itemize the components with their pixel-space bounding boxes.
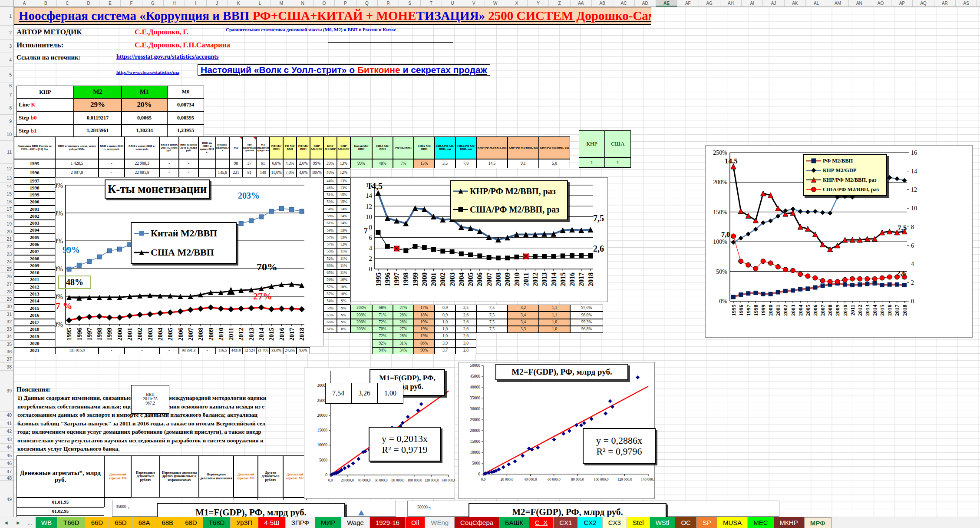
cell-1995[interactable]: 22 908,3 — [125, 159, 159, 168]
cell-knr-m1[interactable]: 53% — [323, 199, 337, 206]
sheet-tab-68A[interactable]: 68A — [133, 517, 156, 528]
column-header-O[interactable]: O — [313, 0, 335, 7]
cell-1995[interactable]: 37 — [243, 159, 256, 168]
cell-year[interactable]: 2005 — [14, 234, 55, 241]
sheet-tab-CX3[interactable]: CX3 — [603, 517, 627, 528]
cell-knr-m0[interactable]: 15% — [337, 192, 350, 199]
cell-tail[interactable]: 3,9 — [435, 340, 455, 347]
sheet-tab-65D[interactable]: 65D — [109, 517, 133, 528]
main-header-21[interactable]: США/РФ М1/ВВП, раз — [435, 136, 455, 159]
column-header-E[interactable]: E — [99, 0, 121, 7]
row-header-8[interactable]: 8 — [0, 101, 13, 115]
knr-row-label[interactable]: Step b1 — [16, 124, 74, 137]
cell-knr-m1[interactable]: 54% — [323, 206, 337, 213]
main-header-17[interactable]: Китай М2/ВВП — [350, 136, 372, 159]
knr-value[interactable]: 20% — [122, 98, 167, 111]
cell-tail[interactable]: 206% — [350, 319, 372, 326]
row-header-45[interactable]: 45 — [0, 452, 13, 460]
cell-2021[interactable]: 9,6% — [297, 347, 310, 354]
cell-1996[interactable]: 145,8 — [216, 168, 229, 177]
cell-knr-m0[interactable]: 10% — [337, 283, 350, 290]
tabs-scroll-right[interactable]: ► — [12, 517, 24, 528]
cell-year[interactable]: 1998 — [14, 184, 55, 191]
cell-tail[interactable]: 1,0 — [435, 333, 455, 340]
main-header-4[interactable]: ВВП в ценах 2011 г., млрд руб. — [159, 136, 179, 159]
sheet-tab-CX2[interactable]: CX2 — [578, 517, 602, 528]
cell-tail[interactable]: 86% — [414, 340, 435, 347]
row-header-32[interactable]: 32 — [0, 318, 13, 325]
cell-tail[interactable]: 27% — [393, 305, 414, 312]
column-header-AE[interactable]: AE — [656, 0, 677, 7]
cell-knr-m1[interactable]: 61% — [323, 326, 337, 333]
cell-year[interactable]: 2018 — [14, 326, 55, 333]
sheet-tab-СоцСфера[interactable]: СоцСфера — [455, 517, 499, 528]
row-header-36[interactable]: 36 — [0, 348, 13, 355]
row-header-3[interactable]: 3 — [0, 40, 13, 53]
row-header-37[interactable]: 37 — [0, 355, 13, 363]
chart-combined[interactable]: 0%50%100%150%200%250%0246810121416199519… — [705, 145, 973, 338]
row-header-47[interactable]: 47 — [0, 468, 13, 476]
cell-knr-m0[interactable]: 11% — [337, 269, 350, 276]
cell-knr-m0[interactable]: 10% — [337, 290, 350, 297]
sheet-tab-БАШК[interactable]: БАШК — [499, 517, 529, 528]
cell-knr-m0[interactable]: 12% — [337, 241, 350, 248]
cell-tail[interactable]: 3,2 — [508, 305, 539, 312]
row-header-31[interactable]: 31 — [0, 311, 13, 318]
sheet-tab-68D[interactable]: 68D — [179, 517, 203, 528]
cell-tail[interactable]: 70% — [372, 326, 393, 333]
cell-knr-m1[interactable]: 57% — [323, 290, 337, 297]
sheet-tab-68B[interactable]: 68B — [156, 517, 179, 528]
cell-1996[interactable]: 4,0% — [297, 168, 310, 177]
column-header-N[interactable]: N — [292, 0, 313, 7]
cell-1995[interactable]: 2,6% — [297, 159, 310, 168]
cell-year[interactable]: 2006 — [14, 241, 55, 248]
cell-1995[interactable]: 1 428,5 — [55, 159, 99, 168]
row-header-18[interactable]: 18 — [0, 213, 13, 220]
tabs-more[interactable]: ... — [24, 517, 36, 528]
cell-tail[interactable]: 19% — [414, 319, 435, 326]
money-col-header[interactable]: Переводные депозиты в рублях — [131, 455, 160, 498]
cell-2021[interactable]: 131 015,0 — [55, 347, 99, 354]
row-header-13[interactable]: 13 — [0, 173, 13, 183]
money-col-header[interactable]: Денежный агрегат М0 — [104, 455, 131, 498]
cell-1995[interactable]: 99% — [350, 159, 372, 168]
cell-tail[interactable]: 3,7 — [435, 347, 455, 354]
row-header-43[interactable]: 43 — [0, 435, 13, 444]
cell-1995[interactable]: 1995 — [14, 159, 55, 168]
row-header-33[interactable]: 33 — [0, 325, 13, 333]
cell-knr-m1[interactable]: 66% — [323, 319, 337, 326]
cell-2021[interactable]: - — [125, 347, 159, 354]
column-header-M[interactable]: M — [271, 0, 292, 7]
cell-tail[interactable]: 34% — [393, 347, 414, 354]
ratio-cell[interactable]: 1,00 — [377, 383, 403, 404]
main-header-18[interactable]: США М2/ВВП — [372, 136, 393, 159]
column-header-A[interactable]: A — [14, 0, 35, 7]
cell-knr-m1[interactable]: 57% — [323, 234, 337, 241]
cell-knr-m1[interactable]: 46% — [323, 184, 337, 191]
cell-knr-m1[interactable]: 56% — [323, 248, 337, 255]
cell-1995[interactable]: 61 — [256, 159, 270, 168]
cell-year[interactable]: 2003 — [14, 220, 55, 227]
row-header-41[interactable]: 41 — [0, 419, 13, 428]
cell-year[interactable]: 2001 — [14, 206, 55, 213]
cell-knr-m1[interactable]: 51% — [323, 192, 337, 199]
row-header-12[interactable]: 12 — [0, 164, 13, 173]
column-header-AS[interactable]: AS — [956, 0, 977, 7]
money-col-header[interactable]: Другие депозиты в рублях — [258, 455, 283, 498]
row-header-46[interactable]: 46 — [0, 460, 13, 468]
main-header-19[interactable]: РФ М2/ВВП — [393, 136, 414, 159]
row-header-49[interactable]: 49 — [0, 481, 13, 517]
pair-header-КНР[interactable]: КНР — [579, 130, 605, 157]
main-header-15[interactable]: КНР М1/GDP — [323, 136, 337, 159]
knr-value[interactable]: 0,00595 — [167, 111, 204, 124]
cell-tail[interactable]: 7,5 — [476, 319, 508, 326]
cell-knr-m0[interactable]: 14% — [337, 206, 350, 213]
knr-row-label[interactable]: Line K — [16, 98, 74, 111]
row-header-7[interactable]: 7 — [0, 88, 13, 101]
cell-tail[interactable]: 96,8% — [570, 326, 603, 333]
cell-2021[interactable]: 24,3% — [283, 347, 297, 354]
ratio-cell[interactable]: 3,26 — [351, 383, 377, 404]
sheet-tab-Wage[interactable]: Wage — [341, 517, 370, 528]
cell-2021[interactable]: 44310 — [229, 347, 243, 354]
chart-m2-gdp[interactable]: 0500010000150002000025000300003500040000… — [458, 362, 655, 499]
